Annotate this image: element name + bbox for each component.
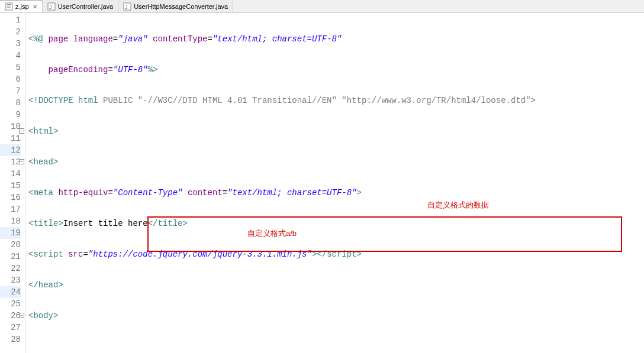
line-number: 24: [0, 286, 21, 298]
tab-userhttpconverter[interactable]: J UserHttpMessageConverter.java: [118, 0, 233, 12]
svg-rect-2: [7, 6, 10, 7]
line-number: 15: [0, 180, 21, 192]
line-number: 2: [0, 26, 21, 38]
jsp-file-icon: [5, 2, 13, 11]
line-number: 27: [0, 322, 21, 333]
code-area[interactable]: <%@ page language="java" contentType="te…: [26, 13, 644, 353]
line-number: 17: [0, 203, 21, 215]
code-line: [26, 341, 644, 352]
line-number: 3: [0, 38, 21, 50]
line-number: 19: [0, 227, 21, 239]
code-line: −<html>: [26, 125, 644, 137]
line-number: 18: [0, 215, 21, 227]
code-line: −<head>: [26, 156, 644, 168]
line-number: 22: [0, 263, 21, 274]
line-number: 6: [0, 73, 21, 85]
line-number: 9: [0, 109, 21, 121]
line-number: 7: [0, 85, 21, 97]
line-number: 13: [0, 156, 21, 168]
fold-icon[interactable]: −: [19, 128, 24, 134]
code-editor[interactable]: 1 2 3 4 5 6 7 8 9 10 11 12 13 14 15 16 1…: [0, 13, 644, 353]
code-line: <title>Insert title here</title>: [26, 218, 644, 229]
line-number: 16: [0, 192, 21, 203]
tab-label: UserController.java: [58, 3, 114, 10]
code-line: <script src="https://code.jquery.com/jqu…: [26, 248, 644, 260]
code-line: <meta http-equiv="Content-Type" content=…: [26, 187, 644, 199]
annotation-custom-data: 自定义格式的数据: [427, 200, 489, 210]
close-icon[interactable]: ✕: [33, 4, 37, 10]
line-number: 20: [0, 239, 21, 251]
code-line: pageEncoding="UTF-8"%>: [26, 64, 644, 76]
line-number: 14: [0, 168, 21, 180]
svg-text:J: J: [49, 4, 52, 10]
svg-rect-1: [7, 4, 11, 5]
svg-rect-3: [7, 7, 11, 8]
line-number: 5: [0, 61, 21, 73]
line-number: 12: [0, 144, 21, 156]
line-number: 23: [0, 274, 21, 286]
code-line: </head>: [26, 279, 644, 291]
line-number: 21: [0, 251, 21, 263]
line-number: 25: [0, 298, 21, 310]
line-number: 1: [0, 14, 21, 26]
line-number: 28: [0, 333, 21, 345]
tab-label: z.jsp: [15, 3, 29, 10]
code-line: <!DOCTYPE html PUBLIC "-//W3C//DTD HTML …: [26, 95, 644, 106]
java-file-icon: J: [47, 2, 56, 11]
code-line: <%@ page language="java" contentType="te…: [26, 33, 644, 45]
line-number: 26: [0, 310, 21, 322]
java-file-icon: J: [123, 2, 131, 11]
line-number: 4: [0, 50, 21, 61]
annotation-custom-format: 自定义格式a/b: [247, 228, 297, 239]
fold-icon[interactable]: −: [19, 159, 24, 164]
tab-label: UserHttpMessageConverter.java: [134, 3, 228, 10]
fold-icon[interactable]: −: [19, 313, 24, 318]
editor-tabs: z.jsp ✕ J UserController.java J UserHttp…: [0, 0, 644, 13]
line-number: 10: [0, 121, 21, 132]
tab-zjsp[interactable]: z.jsp ✕: [0, 0, 43, 12]
tab-usercontroller[interactable]: J UserController.java: [43, 0, 119, 12]
line-number: 8: [0, 97, 21, 109]
line-number: 11: [0, 132, 21, 144]
svg-text:J: J: [125, 4, 128, 10]
code-line: −<body>: [26, 310, 644, 322]
line-gutter: 1 2 3 4 5 6 7 8 9 10 11 12 13 14 15 16 1…: [0, 13, 26, 353]
